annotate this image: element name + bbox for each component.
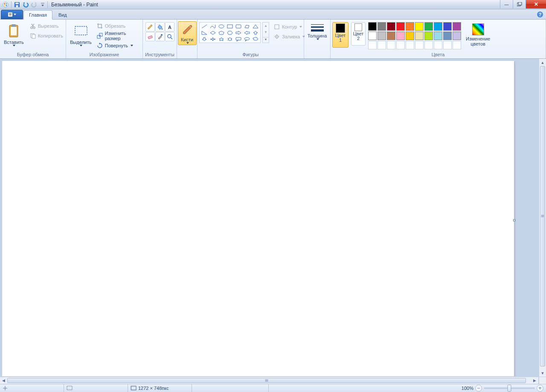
shape-rectangle[interactable] bbox=[226, 23, 234, 29]
svg-rect-38 bbox=[67, 386, 72, 390]
shapes-gallery[interactable] bbox=[199, 22, 261, 43]
fill-tool[interactable] bbox=[155, 22, 165, 32]
shape-arrow-up[interactable] bbox=[251, 29, 260, 36]
edit-colors-button[interactable]: Изменение цветов bbox=[464, 22, 492, 48]
palette-swatch[interactable] bbox=[406, 22, 414, 31]
file-menu-button[interactable] bbox=[1, 10, 23, 19]
palette-swatch[interactable] bbox=[378, 32, 386, 40]
shape-line[interactable] bbox=[200, 23, 209, 29]
color1-button[interactable]: Цвет 1 bbox=[332, 22, 349, 48]
canvas[interactable] bbox=[2, 61, 514, 376]
shape-arrow-right[interactable] bbox=[234, 29, 243, 36]
svg-rect-11 bbox=[8, 12, 12, 17]
paint-app-icon[interactable] bbox=[2, 1, 9, 9]
pencil-tool[interactable] bbox=[145, 22, 155, 32]
shape-star5[interactable] bbox=[217, 36, 226, 42]
palette-swatch[interactable] bbox=[415, 32, 424, 40]
shape-triangle[interactable] bbox=[251, 23, 260, 29]
palette-swatch[interactable] bbox=[424, 22, 433, 31]
palette-custom-slot[interactable] bbox=[396, 41, 405, 49]
shapes-expand[interactable]: ▾ bbox=[263, 37, 269, 41]
zoom-out-button[interactable]: − bbox=[475, 385, 482, 392]
shape-pentagon[interactable] bbox=[217, 29, 226, 36]
shape-callout-cloud[interactable] bbox=[251, 36, 260, 42]
redo-icon[interactable] bbox=[30, 1, 38, 9]
scrollbar-horizontal[interactable]: ◀ ▶ bbox=[0, 377, 538, 384]
palette-swatch[interactable] bbox=[368, 32, 377, 40]
tab-view[interactable]: Вид bbox=[53, 10, 73, 19]
palette-custom-slot[interactable] bbox=[406, 41, 414, 49]
scroll-right-button[interactable]: ▶ bbox=[531, 377, 538, 384]
shapes-scroll-up[interactable]: ▲ bbox=[263, 24, 269, 28]
shape-diamond[interactable] bbox=[209, 29, 217, 36]
palette-custom-slot[interactable] bbox=[415, 41, 424, 49]
paste-button[interactable]: Вставить bbox=[2, 21, 26, 48]
brushes-button[interactable]: Кисти bbox=[178, 21, 197, 45]
qat-customize-icon[interactable] bbox=[39, 1, 46, 9]
group-label-tools: Инструменты bbox=[145, 52, 175, 58]
scroll-h-thumb[interactable] bbox=[7, 378, 526, 383]
scroll-v-thumb[interactable] bbox=[540, 66, 545, 366]
palette-swatch[interactable] bbox=[406, 32, 414, 40]
palette-custom-slot[interactable] bbox=[387, 41, 395, 49]
palette-swatch[interactable] bbox=[453, 22, 461, 31]
palette-custom-slot[interactable] bbox=[378, 41, 386, 49]
palette-swatch[interactable] bbox=[396, 32, 405, 40]
text-tool[interactable]: A bbox=[165, 22, 174, 32]
shape-rounded-rect[interactable] bbox=[234, 23, 243, 29]
shape-polygon[interactable] bbox=[243, 23, 251, 29]
zoom-in-button[interactable]: + bbox=[537, 385, 543, 392]
palette-swatch[interactable] bbox=[368, 22, 377, 31]
shape-star6[interactable] bbox=[226, 36, 234, 42]
palette-swatch[interactable] bbox=[378, 22, 386, 31]
resize-handle-right[interactable] bbox=[513, 219, 515, 222]
palette-custom-slot[interactable] bbox=[368, 41, 377, 49]
shape-hexagon[interactable] bbox=[226, 29, 234, 36]
shape-curve[interactable] bbox=[209, 23, 217, 29]
shape-arrow-down[interactable] bbox=[200, 36, 209, 42]
color-picker-tool[interactable] bbox=[155, 32, 165, 41]
resize-button[interactable]: Изменить размер bbox=[95, 31, 141, 40]
zoom-thumb[interactable] bbox=[508, 385, 511, 392]
palette-swatch[interactable] bbox=[443, 32, 452, 40]
palette-swatch[interactable] bbox=[434, 32, 442, 40]
scroll-left-button[interactable]: ◀ bbox=[0, 377, 7, 384]
palette-swatch[interactable] bbox=[424, 32, 433, 40]
minimize-button[interactable]: — bbox=[500, 0, 513, 9]
palette-swatch[interactable] bbox=[387, 22, 395, 31]
palette-swatch[interactable] bbox=[396, 22, 405, 31]
select-button[interactable]: Выделить bbox=[68, 21, 94, 48]
scroll-up-button[interactable]: ▲ bbox=[539, 59, 546, 66]
palette-custom-slot[interactable] bbox=[453, 41, 461, 49]
thickness-button[interactable]: Толщина bbox=[305, 21, 329, 41]
palette-swatch[interactable] bbox=[387, 32, 395, 40]
shape-arrow-left[interactable] bbox=[243, 29, 251, 36]
maximize-button[interactable] bbox=[513, 0, 526, 9]
tab-home[interactable]: Главная bbox=[23, 10, 52, 20]
scroll-down-button[interactable]: ▼ bbox=[539, 369, 546, 377]
palette-custom-slot[interactable] bbox=[434, 41, 442, 49]
palette-swatch[interactable] bbox=[443, 22, 452, 31]
undo-icon[interactable] bbox=[22, 1, 29, 9]
palette-custom-slot[interactable] bbox=[443, 41, 452, 49]
save-icon[interactable] bbox=[13, 1, 21, 9]
palette-custom-slot[interactable] bbox=[424, 41, 433, 49]
shapes-scroll-down[interactable]: ▼ bbox=[263, 30, 269, 34]
palette-swatch[interactable] bbox=[434, 22, 442, 31]
close-button[interactable]: ✕ bbox=[526, 0, 546, 9]
shape-star4[interactable] bbox=[209, 36, 217, 42]
shape-callout-oval[interactable] bbox=[243, 36, 251, 42]
rotate-button[interactable]: Повернуть bbox=[95, 41, 141, 50]
shape-oval[interactable] bbox=[217, 23, 226, 29]
zoom-slider[interactable] bbox=[484, 387, 535, 389]
eraser-tool[interactable] bbox=[145, 32, 155, 41]
scrollbar-vertical[interactable]: ▲ ▼ bbox=[539, 59, 546, 377]
help-icon[interactable]: ? bbox=[537, 11, 543, 18]
svg-point-30 bbox=[161, 34, 163, 36]
magnifier-tool[interactable] bbox=[165, 32, 174, 41]
color2-button[interactable]: Цвет 2 bbox=[351, 22, 366, 46]
palette-swatch[interactable] bbox=[415, 22, 424, 31]
palette-swatch[interactable] bbox=[453, 32, 461, 40]
shape-right-triangle[interactable] bbox=[200, 29, 209, 36]
shape-callout-rect[interactable] bbox=[234, 36, 243, 42]
